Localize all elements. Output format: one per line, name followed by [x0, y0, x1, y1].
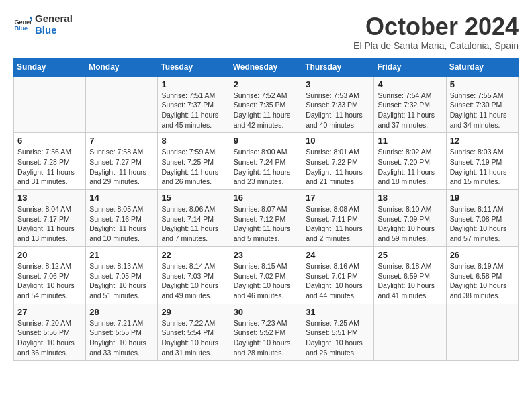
calendar-cell: 5Sunrise: 7:55 AMSunset: 7:30 PMDaylight…: [446, 76, 518, 133]
day-info: Sunrise: 8:00 AMSunset: 7:24 PMDaylight:…: [234, 147, 299, 187]
day-number: 6: [17, 136, 82, 146]
calendar-cell: 6Sunrise: 7:56 AMSunset: 7:28 PMDaylight…: [14, 133, 86, 190]
day-number: 18: [378, 193, 442, 203]
calendar-cell: 25Sunrise: 8:18 AMSunset: 6:59 PMDayligh…: [374, 246, 446, 304]
logo-icon: General Blue: [13, 15, 32, 34]
calendar-cell: [86, 76, 158, 133]
weekday-header-thursday: Thursday: [302, 58, 374, 76]
calendar-week-row: 13Sunrise: 8:04 AMSunset: 7:17 PMDayligh…: [14, 190, 519, 247]
calendar-cell: 1Sunrise: 7:51 AMSunset: 7:37 PMDaylight…: [158, 76, 230, 133]
day-info: Sunrise: 7:56 AMSunset: 7:28 PMDaylight:…: [17, 147, 82, 187]
day-info: Sunrise: 7:20 AMSunset: 5:56 PMDaylight:…: [17, 318, 82, 358]
logo-blue: Blue: [35, 25, 73, 36]
calendar-cell: 11Sunrise: 8:02 AMSunset: 7:20 PMDayligh…: [374, 133, 446, 190]
day-number: 4: [378, 79, 442, 89]
calendar-cell: 7Sunrise: 7:58 AMSunset: 7:27 PMDaylight…: [86, 133, 158, 190]
weekday-header-row: SundayMondayTuesdayWednesdayThursdayFrid…: [14, 58, 519, 76]
calendar-cell: [14, 76, 86, 133]
day-number: 13: [17, 193, 82, 203]
day-number: 8: [161, 136, 226, 146]
day-info: Sunrise: 7:54 AMSunset: 7:32 PMDaylight:…: [378, 91, 442, 130]
day-info: Sunrise: 8:12 AMSunset: 7:06 PMDaylight:…: [17, 261, 82, 301]
calendar-cell: 18Sunrise: 8:10 AMSunset: 7:09 PMDayligh…: [374, 190, 446, 247]
day-number: 26: [450, 250, 515, 260]
calendar-cell: 4Sunrise: 7:54 AMSunset: 7:32 PMDaylight…: [374, 76, 446, 133]
day-number: 25: [378, 250, 442, 260]
calendar-cell: 29Sunrise: 7:22 AMSunset: 5:54 PMDayligh…: [158, 304, 230, 361]
day-info: Sunrise: 8:16 AMSunset: 7:01 PMDaylight:…: [306, 261, 370, 301]
day-number: 11: [378, 136, 442, 146]
day-number: 24: [306, 250, 370, 260]
day-number: 27: [17, 307, 82, 317]
day-info: Sunrise: 8:11 AMSunset: 7:08 PMDaylight:…: [450, 204, 515, 244]
calendar-cell: 31Sunrise: 7:25 AMSunset: 5:51 PMDayligh…: [302, 304, 374, 361]
day-number: 19: [450, 193, 515, 203]
calendar-cell: 2Sunrise: 7:52 AMSunset: 7:35 PMDaylight…: [230, 76, 302, 133]
svg-text:General: General: [14, 18, 32, 25]
page-header: General Blue General Blue October 2024 E…: [13, 13, 519, 51]
day-number: 22: [161, 250, 226, 260]
calendar-cell: 12Sunrise: 8:03 AMSunset: 7:19 PMDayligh…: [446, 133, 518, 190]
day-number: 10: [306, 136, 370, 146]
day-number: 3: [306, 79, 370, 89]
day-number: 31: [306, 307, 370, 317]
calendar-cell: 30Sunrise: 7:23 AMSunset: 5:52 PMDayligh…: [230, 304, 302, 361]
day-number: 30: [234, 307, 299, 317]
month-title: October 2024: [353, 13, 519, 40]
day-info: Sunrise: 8:15 AMSunset: 7:02 PMDaylight:…: [234, 261, 299, 301]
location-subtitle: El Pla de Santa Maria, Catalonia, Spain: [353, 40, 519, 51]
day-info: Sunrise: 8:10 AMSunset: 7:09 PMDaylight:…: [378, 204, 442, 244]
day-info: Sunrise: 8:03 AMSunset: 7:19 PMDaylight:…: [450, 147, 515, 187]
day-info: Sunrise: 7:51 AMSunset: 7:37 PMDaylight:…: [161, 91, 226, 130]
day-info: Sunrise: 8:19 AMSunset: 6:58 PMDaylight:…: [450, 261, 515, 301]
calendar-week-row: 6Sunrise: 7:56 AMSunset: 7:28 PMDaylight…: [14, 133, 519, 190]
weekday-header-monday: Monday: [86, 58, 158, 76]
day-number: 14: [89, 193, 154, 203]
day-info: Sunrise: 8:07 AMSunset: 7:12 PMDaylight:…: [234, 204, 299, 244]
day-info: Sunrise: 8:13 AMSunset: 7:05 PMDaylight:…: [89, 261, 154, 301]
svg-text:Blue: Blue: [14, 25, 28, 32]
day-info: Sunrise: 8:01 AMSunset: 7:22 PMDaylight:…: [306, 147, 370, 187]
calendar-cell: 21Sunrise: 8:13 AMSunset: 7:05 PMDayligh…: [86, 246, 158, 304]
calendar-cell: 13Sunrise: 8:04 AMSunset: 7:17 PMDayligh…: [14, 190, 86, 247]
weekday-header-friday: Friday: [374, 58, 446, 76]
weekday-header-wednesday: Wednesday: [230, 58, 302, 76]
calendar-cell: 8Sunrise: 7:59 AMSunset: 7:25 PMDaylight…: [158, 133, 230, 190]
title-block: October 2024 El Pla de Santa Maria, Cata…: [353, 13, 519, 51]
calendar-cell: 10Sunrise: 8:01 AMSunset: 7:22 PMDayligh…: [302, 133, 374, 190]
day-number: 5: [450, 79, 515, 89]
day-number: 15: [161, 193, 226, 203]
calendar-cell: 15Sunrise: 8:06 AMSunset: 7:14 PMDayligh…: [158, 190, 230, 247]
day-info: Sunrise: 8:05 AMSunset: 7:16 PMDaylight:…: [89, 204, 154, 244]
day-info: Sunrise: 8:02 AMSunset: 7:20 PMDaylight:…: [378, 147, 442, 187]
calendar-cell: 9Sunrise: 8:00 AMSunset: 7:24 PMDaylight…: [230, 133, 302, 190]
day-info: Sunrise: 7:55 AMSunset: 7:30 PMDaylight:…: [450, 91, 515, 130]
calendar-cell: 22Sunrise: 8:14 AMSunset: 7:03 PMDayligh…: [158, 246, 230, 304]
calendar-cell: [374, 304, 446, 361]
weekday-header-tuesday: Tuesday: [158, 58, 230, 76]
logo: General Blue General Blue: [13, 13, 73, 36]
day-number: 28: [89, 307, 154, 317]
day-info: Sunrise: 7:52 AMSunset: 7:35 PMDaylight:…: [234, 91, 299, 130]
calendar-cell: 3Sunrise: 7:53 AMSunset: 7:33 PMDaylight…: [302, 76, 374, 133]
calendar-cell: 27Sunrise: 7:20 AMSunset: 5:56 PMDayligh…: [14, 304, 86, 361]
day-number: 7: [89, 136, 154, 146]
day-number: 29: [161, 307, 226, 317]
day-number: 12: [450, 136, 515, 146]
day-number: 9: [234, 136, 299, 146]
calendar-cell: 20Sunrise: 8:12 AMSunset: 7:06 PMDayligh…: [14, 246, 86, 304]
calendar-cell: [446, 304, 518, 361]
weekday-header-saturday: Saturday: [446, 58, 518, 76]
calendar-cell: 28Sunrise: 7:21 AMSunset: 5:55 PMDayligh…: [86, 304, 158, 361]
calendar-week-row: 20Sunrise: 8:12 AMSunset: 7:06 PMDayligh…: [14, 246, 519, 304]
day-info: Sunrise: 8:08 AMSunset: 7:11 PMDaylight:…: [306, 204, 370, 244]
calendar-table: SundayMondayTuesdayWednesdayThursdayFrid…: [13, 58, 519, 361]
day-info: Sunrise: 8:04 AMSunset: 7:17 PMDaylight:…: [17, 204, 82, 244]
day-info: Sunrise: 7:22 AMSunset: 5:54 PMDaylight:…: [161, 318, 226, 358]
day-number: 2: [234, 79, 299, 89]
day-info: Sunrise: 7:23 AMSunset: 5:52 PMDaylight:…: [234, 318, 299, 358]
day-number: 17: [306, 193, 370, 203]
day-number: 23: [234, 250, 299, 260]
day-info: Sunrise: 8:18 AMSunset: 6:59 PMDaylight:…: [378, 261, 442, 301]
day-info: Sunrise: 8:06 AMSunset: 7:14 PMDaylight:…: [161, 204, 226, 244]
